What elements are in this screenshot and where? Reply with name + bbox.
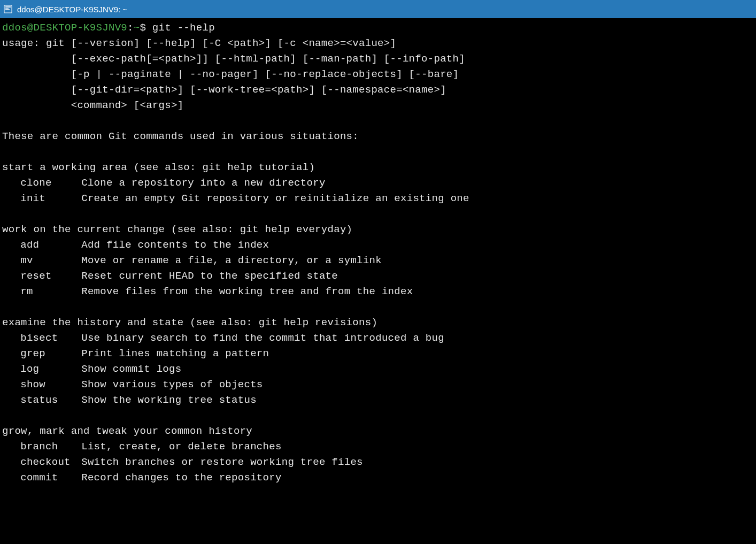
- svg-rect-2: [5, 8, 9, 9]
- terminal-output[interactable]: ddos@DESKTOP-K9SJNV9:~$ git --help usage…: [0, 18, 756, 486]
- section-heading: work on the current change (see also: gi…: [2, 224, 352, 235]
- git-command-desc: Reset current HEAD to the specified stat…: [81, 270, 338, 282]
- svg-rect-1: [5, 6, 11, 7]
- svg-rect-3: [5, 9, 10, 10]
- intro-text: These are common Git commands used in va…: [2, 131, 359, 142]
- git-command-name: add: [20, 237, 81, 253]
- prompt-colon: :: [127, 22, 134, 34]
- prompt-user-host: ddos@DESKTOP-K9SJNV9: [2, 22, 127, 34]
- git-command-name: reset: [20, 269, 81, 284]
- usage-line: usage: git [--version] [--help] [-C <pat…: [2, 37, 396, 49]
- usage-line: [--git-dir=<path>] [--work-tree=<path>] …: [2, 84, 446, 96]
- usage-line: <command> [<args>]: [2, 99, 183, 111]
- git-command-desc: Show commit logs: [81, 363, 181, 375]
- git-command-desc: Move or rename a file, a directory, or a…: [81, 255, 382, 266]
- usage-line: [--exec-path[=<path>]] [--html-path] [--…: [2, 53, 465, 65]
- prompt-dollar: $: [140, 22, 146, 34]
- git-command-desc: Add file contents to the index: [81, 239, 269, 251]
- git-command-name: init: [20, 191, 81, 206]
- git-command-desc: Remove files from the working tree and f…: [81, 286, 413, 297]
- git-command-desc: Print lines matching a pattern: [81, 348, 269, 359]
- git-command-desc: Clone a repository into a new directory: [81, 177, 325, 189]
- git-command-desc: Switch branches or restore working tree …: [81, 456, 363, 468]
- git-command-name: checkout: [20, 455, 81, 470]
- git-command-name: grep: [20, 346, 81, 362]
- section-heading: examine the history and state (see also:…: [2, 317, 377, 328]
- section-heading: grow, mark and tweak your common history: [2, 425, 252, 437]
- prompt-path: ~: [134, 22, 140, 34]
- git-command-desc: Use binary search to find the commit tha…: [81, 332, 444, 344]
- git-command-name: bisect: [20, 331, 81, 346]
- git-command-name: clone: [20, 175, 81, 191]
- window-title: ddos@DESKTOP-K9SJNV9: ~: [17, 5, 127, 14]
- terminal-icon: [3, 4, 13, 14]
- window-titlebar[interactable]: ddos@DESKTOP-K9SJNV9: ~: [0, 0, 756, 18]
- git-command-desc: Record changes to the repository: [81, 472, 281, 484]
- git-command-desc: Create an empty Git repository or reinit…: [81, 193, 469, 204]
- git-command-name: show: [20, 377, 81, 393]
- git-command-desc: Show the working tree status: [81, 394, 257, 406]
- git-command-name: branch: [20, 439, 81, 455]
- entered-command: git --help: [152, 22, 215, 34]
- git-command-name: log: [20, 362, 81, 377]
- git-command-name: commit: [20, 470, 81, 486]
- git-command-name: rm: [20, 284, 81, 300]
- git-command-desc: List, create, or delete branches: [81, 441, 281, 453]
- git-command-name: mv: [20, 253, 81, 269]
- section-heading: start a working area (see also: git help…: [2, 162, 315, 173]
- usage-line: [-p | --paginate | --no-pager] [--no-rep…: [2, 68, 459, 80]
- git-command-desc: Show various types of objects: [81, 379, 263, 390]
- git-command-name: status: [20, 393, 81, 408]
